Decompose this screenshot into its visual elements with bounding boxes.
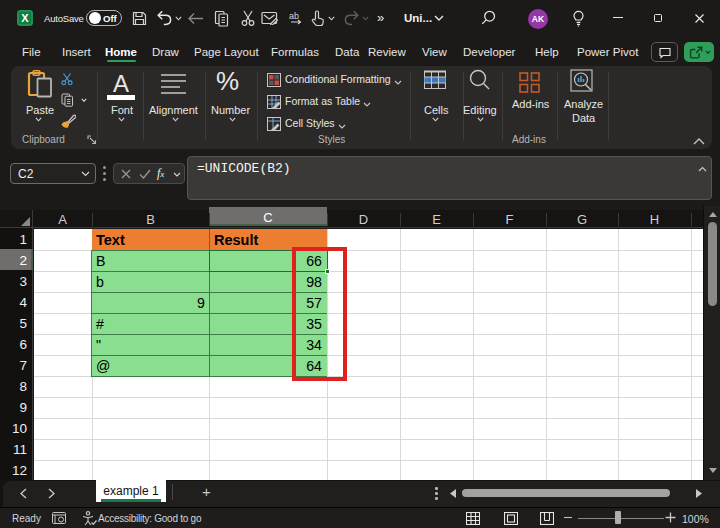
svg-text:A: A — [113, 71, 129, 97]
svg-text:ab: ab — [289, 11, 299, 21]
svg-text:X: X — [21, 12, 29, 24]
